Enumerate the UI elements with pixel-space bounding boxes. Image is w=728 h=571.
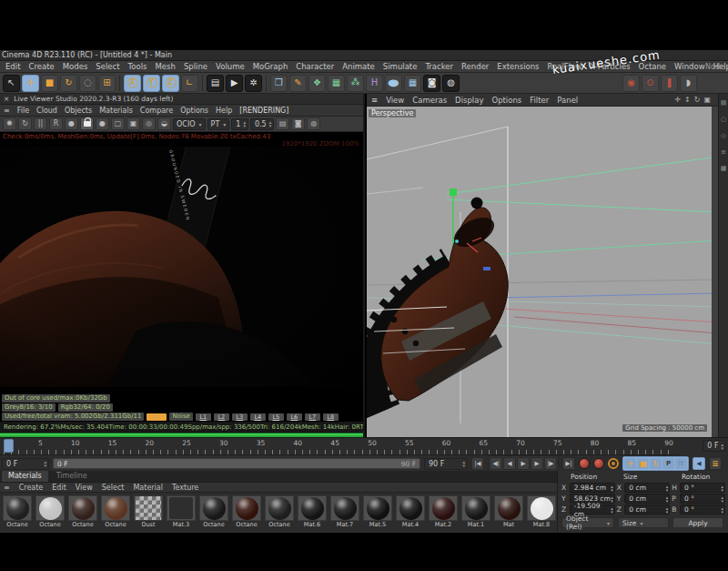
menu-xparticles[interactable]: X-Particles (590, 62, 630, 71)
size-x-field[interactable]: 0 cm (624, 483, 670, 493)
layer-options-button[interactable]: ≣ (709, 457, 722, 470)
add-cube-icon[interactable]: ❒ (270, 75, 288, 92)
menu-tracker[interactable]: Tracker (425, 62, 453, 71)
goto-start-button[interactable]: |◀ (471, 457, 484, 470)
level-button[interactable]: L4 (250, 413, 266, 421)
hamburger-icon[interactable]: ≡ (371, 96, 378, 105)
vp-menu-display[interactable]: Display (455, 96, 483, 105)
last-used-tool-icon[interactable]: ◌ (79, 75, 96, 92)
material-swatch[interactable]: Mat (493, 495, 524, 528)
guides-icon[interactable]: ❚ (661, 75, 678, 92)
mirror-tool-icon[interactable]: ◗ (680, 75, 697, 92)
material-swatch[interactable]: Octane (2, 495, 33, 528)
workplane-icon[interactable]: ⊞ (98, 75, 116, 92)
end-frame-field[interactable]: 90 F (424, 458, 468, 470)
mat-menu-material[interactable]: Material (133, 484, 163, 492)
render-settings-icon[interactable]: ✲ (245, 75, 262, 92)
max-frame-field[interactable]: 0 F (703, 440, 726, 452)
white-balance-picker-icon[interactable]: ◒ (157, 117, 171, 130)
strip-icon-3[interactable]: ◇ (721, 132, 725, 139)
spline-tool-icon[interactable]: H (366, 75, 383, 92)
vp-menu-panel[interactable]: Panel (557, 96, 578, 105)
lv-menu-objects[interactable]: Objects (65, 107, 92, 115)
key-scale-button[interactable]: ■ (637, 458, 649, 469)
key-pla-button[interactable]: ∷ (675, 458, 687, 469)
record-keyframe-button[interactable] (579, 458, 590, 469)
stepper[interactable] (722, 495, 724, 503)
snap-settings-icon[interactable]: ⊙ (642, 75, 659, 92)
object-mode-select[interactable]: Object (Rel) (561, 517, 614, 528)
render-bucket-icon[interactable]: ▣ (126, 117, 140, 130)
autokey-button[interactable] (593, 458, 604, 469)
axis-x-button[interactable]: X (124, 75, 141, 92)
size-z-field[interactable]: 0 cm (624, 505, 670, 515)
timeline-playhead[interactable] (4, 439, 14, 453)
material-swatch[interactable]: Mat.4 (395, 495, 426, 528)
light-icon[interactable]: ◍ (442, 75, 460, 92)
subdivision-surface-icon[interactable]: ▦ (328, 75, 345, 92)
timeline-ruler[interactable]: 0 5 10 15 20 25 30 35 40 45 50 55 60 65 … (0, 438, 679, 455)
instance-icon[interactable]: ⁂ (347, 75, 364, 92)
pause-render-icon[interactable]: || (34, 117, 47, 130)
menu-select[interactable]: Select (96, 62, 119, 71)
level-button[interactable]: L2 (214, 413, 229, 421)
menu-mograph[interactable]: MoGraph (253, 62, 288, 71)
level-button[interactable]: L3 (232, 413, 248, 421)
stepper[interactable] (243, 120, 246, 127)
toggle-view-icon[interactable]: ▣ (703, 96, 711, 104)
material-swatch[interactable]: Octane (100, 495, 131, 528)
menu-realflow[interactable]: RealFlow (548, 62, 582, 71)
level-button[interactable]: L6 (287, 413, 302, 421)
lv-menu-compare[interactable]: Compare (140, 107, 173, 115)
clay-mode-icon[interactable]: ● (65, 117, 78, 130)
camera-label[interactable]: Perspective (369, 109, 416, 117)
size-y-field[interactable]: 0 cm (624, 494, 670, 504)
stepper[interactable] (721, 443, 723, 450)
key-rotation-button[interactable]: ↻ (650, 458, 662, 469)
next-frame-button[interactable]: ▶ (531, 457, 543, 470)
select-tool-icon[interactable]: ↖ (3, 75, 20, 92)
previous-frame-button[interactable]: ◀ (503, 457, 516, 470)
play-button[interactable]: ▶ (517, 457, 530, 470)
dolly-view-icon[interactable]: ↕ (684, 96, 691, 104)
focus-picker-icon[interactable]: ◎ (142, 117, 156, 130)
level-button[interactable]: L7 (305, 413, 320, 421)
lv-menu-cloud[interactable]: Cloud (36, 107, 57, 115)
axis-z-button[interactable]: Z (162, 75, 179, 92)
menu-simulate[interactable]: Simulate (383, 62, 418, 71)
menu-volume[interactable]: Volume (216, 62, 245, 71)
kernel-select[interactable]: PT (207, 118, 230, 130)
solo-selection-button[interactable]: ◀ (693, 457, 705, 470)
lv-menu-options[interactable]: Options (180, 107, 208, 115)
material-swatch[interactable]: Octane (264, 495, 295, 528)
key-position-button[interactable]: ✛ (624, 458, 636, 469)
stepper[interactable] (44, 460, 46, 467)
stepper[interactable] (666, 495, 669, 503)
size-mode-select[interactable]: Size (618, 517, 669, 528)
material-swatch[interactable]: Mat.2 (428, 495, 459, 528)
stepper[interactable] (722, 506, 724, 514)
noise-label[interactable]: Noise (169, 413, 192, 421)
vp-menu-view[interactable]: View (386, 96, 404, 105)
material-swatch[interactable]: Octane (67, 495, 98, 528)
material-swatch[interactable]: Mat.7 (329, 495, 360, 528)
hamburger-icon[interactable]: ≡ (4, 484, 10, 492)
key-parameter-button[interactable]: P (662, 458, 674, 469)
material-swatch[interactable]: Mat.8 (526, 495, 557, 528)
node-editor-label[interactable]: Node (705, 63, 724, 71)
tab-materials[interactable]: Materials (2, 471, 48, 482)
next-key-button[interactable]: |▶ (544, 457, 557, 470)
viewport-scrollbar[interactable] (712, 107, 718, 437)
stepper[interactable] (269, 120, 272, 127)
axis-y-button[interactable]: Y (143, 75, 160, 92)
menu-window[interactable]: Window (674, 62, 705, 71)
pen-spline-icon[interactable]: ✎ (289, 75, 307, 92)
strip-icon-1[interactable]: ▤ (721, 99, 727, 107)
menu-mesh[interactable]: Mesh (156, 62, 176, 71)
menu-tools[interactable]: Tools (128, 62, 147, 71)
gear-icon[interactable]: ✺ (3, 117, 16, 130)
lv-menu-help[interactable]: Help (216, 107, 232, 115)
camera-icon[interactable]: ◙ (423, 75, 440, 92)
magnet-snap-icon[interactable]: ◉ (622, 75, 640, 92)
stepper[interactable] (462, 460, 465, 467)
